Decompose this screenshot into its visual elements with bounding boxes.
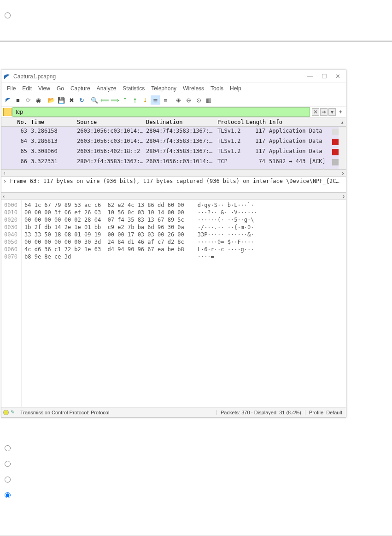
menu-analyze[interactable]: Analyze [94,84,119,93]
go-back-icon[interactable]: ⟸ [100,95,109,105]
go-to-packet-icon[interactable]: ⤒ [120,95,129,105]
zoom-out-icon[interactable]: ⊖ [184,95,193,105]
go-forward-icon[interactable]: ⟹ [110,95,119,105]
wireshark-fin-icon [3,73,11,80]
packet-row[interactable]: 673.3273312804:7f4:3583:1367:…2603:1056:… [1,167,346,169]
col-header-length[interactable]: Length [244,118,267,126]
status-field-text: Transmission Control Protocol: Protocol [18,410,216,415]
hscroll-right-icon[interactable]: › [341,170,345,177]
menu-help[interactable]: Help [227,84,244,93]
menu-tools[interactable]: Tools [208,84,226,93]
find-icon[interactable]: 🔍 [90,95,99,105]
option-radio-3[interactable] [5,477,11,483]
menu-statistics[interactable]: Statistics [120,84,147,93]
col-header-info[interactable]: Info [267,118,330,126]
packet-row[interactable]: 633.2861582603:1056:c03:1014:…2804:7f4:3… [1,127,346,137]
zoom-in-icon[interactable]: ⊕ [174,95,183,105]
auto-scroll-icon[interactable]: ≣ [151,95,160,105]
display-filter-input[interactable] [12,107,310,117]
packet-list: No. Time Source Destination Protocol Len… [1,118,346,177]
details-hscroll[interactable]: ‹ › [1,192,346,200]
filter-dropdown-icon[interactable]: ▾ [328,108,336,116]
statusbar: ✎ Transmission Control Protocol: Protoco… [1,407,346,417]
window-title: Captura1.pcapng [13,73,307,80]
clear-filter-icon[interactable]: ✕ [312,108,319,116]
section-divider-top [0,41,392,42]
menu-file[interactable]: File [4,84,18,93]
option-radio-2[interactable] [5,461,11,467]
packet-row[interactable]: 653.3080602603:1056:402:18::22804:7f4:35… [1,147,346,157]
option-radio-top[interactable] [5,12,11,18]
menu-view[interactable]: View [35,84,53,93]
menu-go[interactable]: Go [54,84,67,93]
menu-capture[interactable]: Capture [68,84,93,93]
col-header-source[interactable]: Source [75,118,144,126]
close-file-icon[interactable]: ✖ [67,95,76,105]
status-packets: Packets: 370 · Displayed: 31 (8.4%) [216,410,305,415]
minimize-button[interactable]: — [307,73,313,80]
expert-info-led-icon[interactable] [3,410,9,415]
col-header-protocol[interactable]: Protocol [216,118,244,126]
maximize-button[interactable]: ☐ [322,73,327,80]
save-file-icon[interactable]: 💾 [57,95,66,105]
packet-row[interactable]: 643.2868132603:1056:c03:1014:…2804:7f4:3… [1,137,346,147]
status-profile[interactable]: Profile: Default [305,410,346,415]
resize-columns-icon[interactable]: ▥ [204,95,213,105]
menu-telephony[interactable]: Telephony [148,84,179,93]
packet-details-pane[interactable]: › Frame 63: 117 bytes on wire (936 bits)… [1,177,346,192]
packet-row[interactable]: 663.3273312804:7f4:3583:1367:…2603:1056:… [1,157,346,167]
colorize-icon[interactable]: ≡ [161,95,170,105]
titlebar: Captura1.pcapng — ☐ ✕ [1,70,346,83]
edit-annotate-icon[interactable]: ✎ [11,409,15,415]
vscroll-up-icon[interactable]: ▴ [339,118,346,126]
reload-icon[interactable]: ↻ [77,95,86,105]
capture-options-icon[interactable]: ◉ [34,95,43,105]
packet-list-hscroll[interactable]: ‹ › [1,169,346,177]
restart-capture-icon[interactable]: ⟳ [23,95,33,105]
frame-summary-line: Frame 63: 117 bytes on wire (936 bits), … [10,178,339,184]
col-header-time[interactable]: Time [29,118,75,126]
go-last-icon[interactable]: ⭳ [140,95,150,105]
stop-capture-icon[interactable]: ■ [13,95,23,105]
start-capture-icon[interactable] [3,95,12,105]
filter-bar: ✕ ➔ ▾ + [1,106,346,118]
col-header-no[interactable]: No. [1,118,29,126]
add-filter-button-icon[interactable]: + [337,108,344,116]
col-header-destination[interactable]: Destination [144,118,216,126]
option-radio-4[interactable] [5,492,11,498]
hscroll-left-icon[interactable]: ‹ [3,170,6,177]
filter-bookmark-icon[interactable] [3,108,12,116]
menu-edit[interactable]: Edit [19,84,35,93]
apply-filter-icon[interactable]: ➔ [320,108,328,116]
option-radio-1[interactable] [5,445,11,451]
toolbar: ■ ⟳ ◉ 📂 💾 ✖ ↻ 🔍 ⟸ ⟹ ⤒ ⭱ ⭳ ≣ ≡ ⊕ ⊖ ⊙ ▥ [1,94,346,106]
packet-list-header: No. Time Source Destination Protocol Len… [1,118,346,127]
go-first-icon[interactable]: ⭱ [130,95,140,105]
menubar: File Edit View Go Capture Analyze Statis… [1,83,346,94]
wireshark-window: Captura1.pcapng — ☐ ✕ File Edit View Go … [1,70,346,418]
close-button[interactable]: ✕ [335,73,340,80]
hscroll-right-icon[interactable]: › [343,193,345,200]
hex-pane[interactable]: 00000010002000300040005000600070 64 1c 6… [1,200,346,407]
hscroll-left-icon[interactable]: ‹ [3,193,5,200]
menu-wireless[interactable]: Wireless [180,84,207,93]
open-file-icon[interactable]: 📂 [47,95,56,105]
zoom-reset-icon[interactable]: ⊙ [194,95,203,105]
